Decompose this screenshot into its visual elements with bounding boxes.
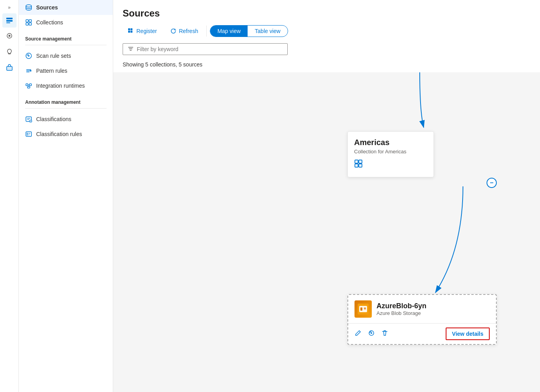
map-icon[interactable] — [2, 29, 17, 43]
map-view-button[interactable]: Map view — [210, 26, 248, 37]
svg-point-4 — [8, 35, 10, 37]
svg-rect-37 — [130, 31, 132, 33]
classifications-icon — [25, 116, 32, 123]
filter-icon — [128, 46, 134, 52]
source-card: AzureBlob-6yn Azure Blob Storage — [347, 294, 497, 345]
search-input[interactable] — [137, 46, 283, 52]
pattern-rules-label: Pattern rules — [36, 68, 67, 74]
briefcase-icon[interactable] — [2, 61, 17, 75]
sidebar-item-scan-rule-sets[interactable]: Scan rule sets — [19, 48, 113, 63]
edit-icon[interactable] — [354, 329, 362, 339]
svg-rect-1 — [6, 20, 13, 22]
sidebar: Sources Collections Source management Sc… — [19, 0, 113, 392]
svg-rect-40 — [359, 160, 362, 163]
svg-rect-2 — [6, 22, 10, 23]
sidebar-item-classification-rules[interactable]: Classification rules — [19, 127, 113, 142]
sidebar-item-sources[interactable]: Sources — [19, 0, 113, 15]
pattern-rules-icon — [25, 67, 32, 74]
sidebar-divider-1 — [25, 45, 107, 45]
view-toggle: Map view Table view — [210, 25, 288, 37]
integration-runtimes-icon — [25, 82, 32, 89]
sources-nav-icon — [25, 4, 32, 11]
azure-blob-icon — [354, 300, 372, 318]
classification-rules-label: Classification rules — [36, 131, 82, 137]
svg-rect-46 — [364, 307, 366, 309]
svg-rect-18 — [26, 84, 28, 86]
svg-point-13 — [28, 55, 29, 57]
main-header: Sources Register Refresh Ma — [113, 0, 540, 43]
toolbar: Register Refresh Map view Table view — [123, 25, 531, 37]
svg-rect-0 — [6, 18, 13, 19]
collection-card-title: Americas — [354, 138, 427, 147]
register-button[interactable]: Register — [123, 25, 162, 37]
filter-input-wrap — [123, 43, 288, 55]
collapse-button[interactable]: − — [487, 178, 497, 188]
svg-rect-5 — [8, 53, 11, 54]
sidebar-collections-label: Collections — [36, 19, 63, 26]
collection-grid-icon[interactable] — [354, 159, 427, 171]
sidebar-item-pattern-rules[interactable]: Pattern rules — [19, 63, 113, 78]
svg-rect-35 — [130, 28, 132, 30]
svg-rect-42 — [359, 164, 362, 167]
icon-rail: » — [0, 0, 19, 392]
table-view-button[interactable]: Table view — [248, 26, 287, 37]
svg-point-7 — [26, 5, 31, 7]
collections-nav-icon — [25, 19, 32, 26]
showing-text: Showing 5 collections, 5 sources — [113, 60, 540, 72]
svg-point-48 — [371, 332, 372, 334]
svg-rect-39 — [355, 160, 358, 163]
sidebar-item-classifications[interactable]: Classifications — [19, 112, 113, 127]
svg-rect-36 — [128, 31, 130, 33]
catalog-icon[interactable] — [2, 13, 17, 28]
svg-point-32 — [27, 134, 28, 136]
view-details-button[interactable]: View details — [446, 328, 490, 340]
sidebar-sources-label: Sources — [36, 4, 58, 11]
source-management-label: Source management — [19, 30, 113, 45]
classifications-label: Classifications — [36, 116, 71, 122]
classification-rules-icon — [25, 131, 32, 138]
map-canvas[interactable]: Americas Collection for Americas − — [113, 72, 540, 392]
svg-rect-8 — [26, 20, 28, 22]
toolbar-divider — [206, 26, 207, 37]
sidebar-item-collections[interactable]: Collections — [19, 15, 113, 30]
register-icon — [128, 28, 134, 34]
delete-icon[interactable] — [381, 329, 388, 339]
source-name: AzureBlob-6yn — [377, 302, 426, 310]
scan-rule-sets-icon — [25, 52, 32, 59]
svg-rect-19 — [29, 84, 31, 86]
svg-rect-10 — [26, 23, 28, 25]
refresh-button[interactable]: Refresh — [165, 25, 203, 37]
filter-bar — [113, 43, 540, 60]
svg-rect-45 — [360, 307, 362, 311]
svg-rect-20 — [28, 86, 30, 88]
source-type: Azure Blob Storage — [377, 310, 426, 316]
refresh-icon — [170, 28, 176, 34]
svg-rect-6 — [7, 66, 12, 70]
sidebar-item-integration-runtimes[interactable]: Integration runtimes — [19, 78, 113, 93]
svg-rect-9 — [29, 20, 31, 22]
main-content: Sources Register Refresh Ma — [113, 0, 540, 392]
source-card-actions: View details — [348, 324, 496, 344]
scan-icon[interactable] — [368, 329, 375, 339]
page-title: Sources — [123, 8, 531, 19]
source-card-header: AzureBlob-6yn Azure Blob Storage — [348, 295, 496, 324]
integration-runtimes-label: Integration runtimes — [36, 83, 85, 89]
sidebar-divider-2 — [25, 108, 107, 109]
collapse-rail-button[interactable]: » — [6, 3, 12, 12]
svg-point-17 — [30, 70, 31, 72]
svg-rect-34 — [128, 28, 130, 30]
annotation-management-label: Annotation management — [19, 93, 113, 108]
svg-rect-29 — [26, 132, 31, 136]
svg-rect-41 — [355, 164, 358, 167]
collection-card-subtitle: Collection for Americas — [354, 149, 427, 155]
scan-rule-sets-label: Scan rule sets — [36, 53, 71, 59]
collection-card: Americas Collection for Americas — [347, 131, 434, 177]
svg-point-30 — [27, 133, 28, 134]
svg-rect-11 — [29, 23, 31, 25]
lightbulb-icon[interactable] — [2, 45, 17, 59]
